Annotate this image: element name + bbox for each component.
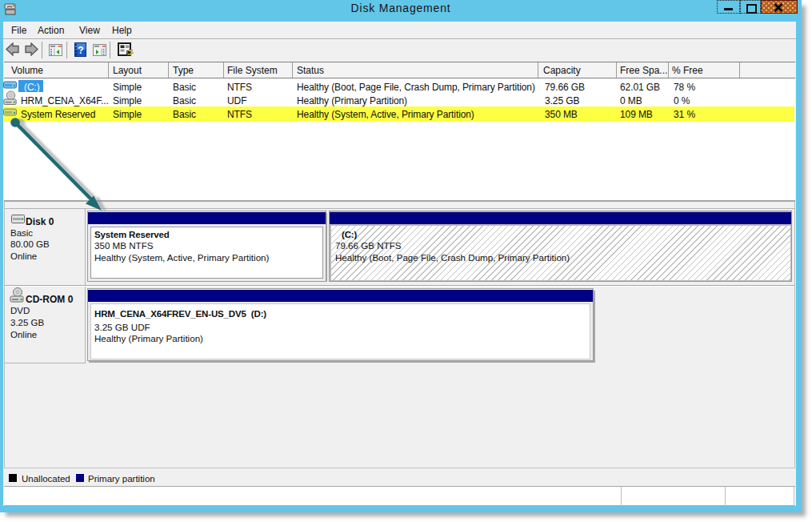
svg-text:?: ? (78, 45, 83, 56)
